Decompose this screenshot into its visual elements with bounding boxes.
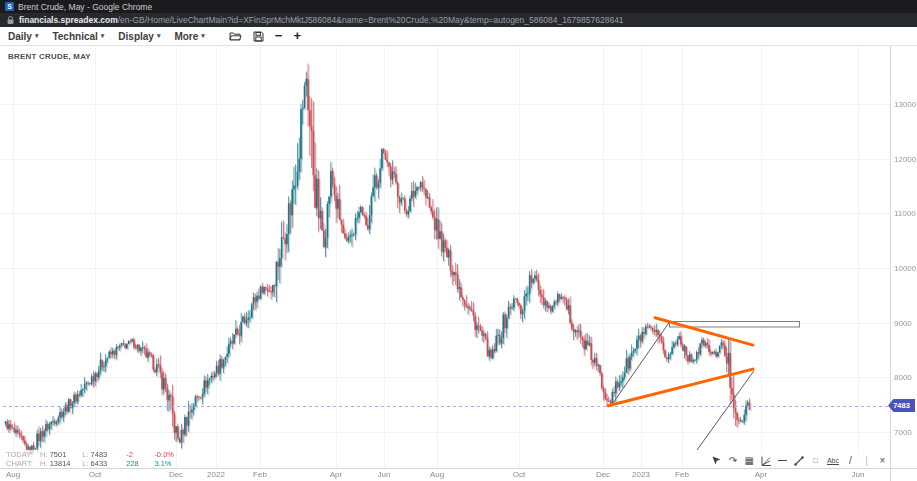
x-axis-tick-label: Dec [596, 470, 610, 479]
rectangle-tool-button[interactable]: □ [811, 455, 820, 466]
trend-line-icon [794, 456, 804, 466]
chevron-down-icon: ▾ [101, 32, 105, 40]
y-axis-tick-label: 8000 [894, 373, 912, 382]
horizontal-line-icon [778, 460, 787, 461]
open-folder-button[interactable] [229, 31, 242, 41]
zoom-in-button[interactable]: + [293, 31, 301, 41]
close-tools-button[interactable]: × [878, 455, 887, 466]
drawing-tools-palette: ↷ ▦ □ Abc / | × [709, 453, 890, 468]
last-price-badge: 7483 [888, 399, 915, 412]
url-text[interactable]: financials.spreadex.com/en-GB/Home/LiveC… [19, 15, 624, 25]
x-axis-tick-label: Oct [89, 470, 101, 479]
chevron-down-icon: ▾ [157, 32, 161, 40]
instrument-label: BRENT CRUDE, MAY [8, 52, 91, 61]
save-icon [253, 31, 264, 42]
cursor-icon [712, 456, 721, 465]
menu-technical[interactable]: Technical ▾ [52, 31, 104, 42]
url-bar[interactable]: financials.spreadex.com/en-GB/Home/LiveC… [0, 13, 917, 27]
x-axis-tick-label: Dec [169, 470, 183, 479]
session-stats: TODAY: H: 7501 L: 7483 -2 -0.0% CHART: H… [6, 450, 174, 468]
x-axis-tick-label: 2023 [632, 470, 650, 479]
chart-toolbar: Daily ▾ Technical ▾ Display ▾ More ▾ [0, 27, 917, 46]
x-axis-tick-label: Aug [430, 470, 444, 479]
url-path: /en-GB/Home/LiveChartMain?id=XFinSprMchM… [118, 15, 624, 25]
tools-separator: | [862, 455, 871, 466]
cursor-tool-button[interactable] [712, 455, 721, 466]
chart-range: 228 [126, 459, 152, 468]
today-stats-row: TODAY: H: 7501 L: 7483 -2 -0.0% [6, 450, 174, 459]
menu-more[interactable]: More ▾ [174, 31, 204, 42]
x-axis-tick-label: Feb [253, 470, 267, 479]
chart-low: 6433 [91, 459, 108, 468]
spreadex-favicon: S [5, 2, 14, 11]
price-chart-canvas[interactable] [0, 46, 917, 481]
today-high: 7501 [50, 450, 67, 459]
chart-high: 13814 [50, 459, 71, 468]
text-tool-button[interactable]: Abc [827, 455, 839, 466]
y-axis-tick-label: 11000 [894, 209, 916, 218]
x-axis-tick-label: 2022 [207, 470, 225, 479]
today-change-pct: -0.0% [154, 450, 174, 459]
url-domain: financials.spreadex.com [19, 15, 118, 25]
today-change: -2 [126, 450, 152, 459]
y-axis-tick-label: 13000 [894, 100, 916, 109]
x-axis-tick-label: Apr [330, 470, 342, 479]
padlock-icon [7, 16, 14, 25]
menu-display[interactable]: Display ▾ [118, 31, 160, 42]
trend-lines-icon [761, 456, 771, 466]
menu-daily[interactable]: Daily ▾ [8, 31, 38, 42]
horizontal-line-tool-button[interactable] [778, 455, 787, 466]
x-axis-tick-label: Jun [852, 470, 865, 479]
draw-curve-tool-button[interactable]: ↷ [728, 455, 737, 466]
browser-title-bar: S Brent Crude, May - Google Chrome [0, 0, 917, 13]
trend-line-tool-button[interactable] [794, 455, 804, 466]
y-axis-tick-label: 7000 [894, 428, 912, 437]
window-title: Brent Crude, May - Google Chrome [18, 2, 152, 12]
trend-lines-tool-button[interactable] [761, 455, 771, 466]
chart-range-pct: 3.1% [154, 459, 171, 468]
y-axis-tick-label: 10000 [894, 264, 916, 273]
save-button[interactable] [253, 31, 264, 42]
chevron-down-icon: ▾ [201, 32, 205, 40]
y-axis-tick-label: 12000 [894, 155, 916, 164]
diagonal-line-tool-button[interactable]: / [846, 455, 855, 466]
x-axis-tick-label: Aug [6, 470, 20, 479]
x-axis-tick-label: Apr [755, 470, 767, 479]
y-axis-tick-label: 9000 [894, 319, 912, 328]
chevron-down-icon: ▾ [35, 32, 39, 40]
chart-stats-row: CHART: H: 13814 L: 6433 228 3.1% [6, 459, 174, 468]
open-folder-icon [229, 31, 242, 41]
x-axis-tick-label: Jun [378, 470, 391, 479]
today-low: 7483 [91, 450, 108, 459]
browser-window: S Brent Crude, May - Google Chrome finan… [0, 0, 917, 481]
x-axis-tick-label: Oct [513, 470, 525, 479]
chart-area: BRENT CRUDE, MAY 13000120001100010000900… [0, 46, 917, 481]
x-axis-tick-label: Feb [675, 470, 689, 479]
grid-tool-button[interactable]: ▦ [744, 455, 753, 466]
zoom-out-button[interactable]: − [275, 31, 283, 41]
